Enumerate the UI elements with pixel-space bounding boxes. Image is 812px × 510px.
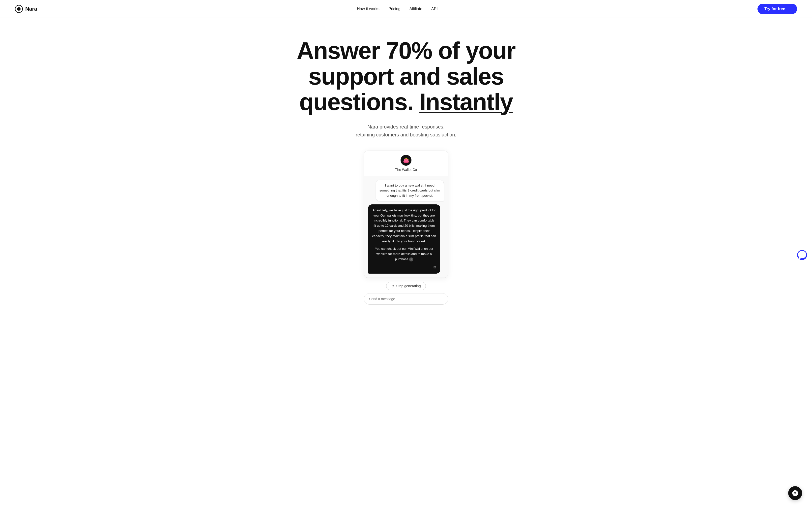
floating-chat-button[interactable] xyxy=(788,486,802,500)
side-widget-icon xyxy=(797,250,807,260)
hero-subtitle: Nara provides real-time responses, retai… xyxy=(10,123,802,139)
nav-pricing[interactable]: Pricing xyxy=(388,7,400,11)
nav-api[interactable]: API xyxy=(431,7,438,11)
stop-area: ⊙ Stop generating xyxy=(10,282,802,290)
info-icon: i xyxy=(409,257,413,261)
stop-icon: ⊙ xyxy=(391,284,394,288)
hero-title: Answer 70% of your support and sales que… xyxy=(270,38,542,115)
nav-how-it-works[interactable]: How it works xyxy=(357,7,380,11)
copy-icon[interactable]: ⧉ xyxy=(372,264,436,271)
nav-links: How it works Pricing Affiliate API xyxy=(357,7,438,11)
hero-section: Answer 70% of your support and sales que… xyxy=(0,18,812,314)
try-for-free-button[interactable]: Try for free → xyxy=(757,4,797,14)
chat-demo: 👛 The Wallet Co I want to buy a new wall… xyxy=(364,150,448,278)
hero-subtitle-line1: Nara provides real-time responses, xyxy=(367,124,444,130)
chat-brand: The Wallet Co xyxy=(395,168,417,172)
user-message-bubble: I want to buy a new wallet. I need somet… xyxy=(376,180,444,201)
chat-body: I want to buy a new wallet. I need somet… xyxy=(364,176,448,278)
navbar: Nara How it works Pricing Affiliate API … xyxy=(0,0,812,18)
logo-text: Nara xyxy=(25,6,37,12)
stop-label: Stop generating xyxy=(396,284,421,288)
send-message-input[interactable] xyxy=(369,297,443,301)
chat-avatar: 👛 xyxy=(400,155,412,166)
bot-message-text-2: You can check out our Mini Wallet on our… xyxy=(372,246,436,262)
side-widget-button[interactable] xyxy=(797,250,807,260)
svg-point-1 xyxy=(17,7,21,11)
bot-message-bubble: Absolutely, we have just the right produ… xyxy=(368,204,440,274)
avatar-emoji: 👛 xyxy=(403,157,409,163)
nara-logo-icon xyxy=(15,5,23,13)
hero-title-emphasis: Instantly xyxy=(419,89,513,115)
user-message-text: I want to buy a new wallet. I need somet… xyxy=(380,183,440,197)
chat-header: 👛 The Wallet Co xyxy=(364,151,448,176)
bot-message-text-1: Absolutely, we have just the right produ… xyxy=(372,208,436,244)
stop-generating-button[interactable]: ⊙ Stop generating xyxy=(386,282,426,290)
floating-chat-icon xyxy=(792,490,799,497)
send-area xyxy=(364,293,448,305)
logo-link[interactable]: Nara xyxy=(15,5,37,13)
nav-affiliate[interactable]: Affiliate xyxy=(410,7,422,11)
hero-subtitle-line2: retaining customers and boosting satisfa… xyxy=(356,132,456,137)
